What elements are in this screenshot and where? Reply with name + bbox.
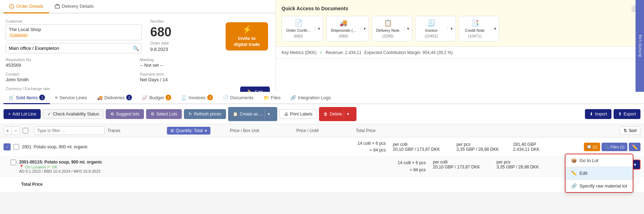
lot-table: + − Traces ⊞ Quantity: Total ▾ Price / B… — [0, 124, 644, 214]
doc-delivery-count: (2290) — [382, 34, 394, 38]
lot-info: 2001-00115: Potato soup, 900 ml. organic… — [19, 160, 316, 173]
doc-credit-arrow[interactable]: ▾ — [491, 26, 499, 31]
doc-btn-invoice[interactable]: 🧾 Invoice (10452) ▾ — [415, 16, 456, 41]
order-number: 680 — [150, 25, 218, 40]
doc-btn-delivery-note[interactable]: 📋 Delivery Note (2290) ▾ — [372, 16, 412, 41]
invoice-icon: 🧾 — [428, 19, 435, 27]
doc-shipmondo-arrow[interactable]: ▾ — [360, 26, 369, 31]
create-as-button[interactable]: 📋 Create as ... ▾ — [228, 107, 277, 121]
flag-icon: 🏳 — [47, 165, 51, 169]
tab-delivery-details[interactable]: Delivery Details — [49, 0, 99, 13]
add-lot-line-button[interactable]: + Add Lot Line — [4, 109, 41, 119]
import-button[interactable]: ⬇ Import — [585, 109, 611, 119]
total-price-row: Total Price 281,40 GBP 2.434,11 DKK — [0, 177, 644, 192]
doc-btn-shipmondo[interactable]: 🚚 Shipmondo (... (680) ▾ — [326, 16, 369, 41]
tab-documents[interactable]: 📄 Documents — [218, 92, 259, 104]
tab-deliveries[interactable]: 🚚 Deliveries 1 — [92, 92, 137, 104]
expand-row-button[interactable]: − — [4, 143, 11, 150]
requisition-label: Requisition No. — [6, 58, 136, 62]
content-tabs: 🛒 Sold Items 1 ≡ Service Lines 🚚 Deliver… — [0, 92, 644, 104]
tab-order-details[interactable]: Order Details — [4, 0, 49, 13]
select-all-checkbox[interactable] — [23, 128, 28, 133]
doc-delivery-arrow[interactable]: ▾ — [404, 26, 412, 31]
payment-label: Payment term — [140, 72, 270, 76]
doc-order-confirm-arrow[interactable]: ▾ — [315, 26, 323, 31]
activity-log-sidebar[interactable]: Activity Log — [636, 0, 644, 92]
col-adjust-controls[interactable]: + − — [4, 126, 20, 135]
lot-name: 2001-00115: Potato soup, 900 ml. organic — [19, 160, 316, 165]
qty-column-header: ⊞ Quantity: Total ▾ — [167, 127, 227, 135]
sort-icon: ⇅ — [623, 128, 627, 133]
invite-digital-trade-button[interactable]: ⚡ Invite to digital trade — [226, 22, 268, 50]
doc-btn-order-confirm[interactable]: 📄 Order Confir... (680) ▾ — [282, 16, 323, 41]
requisition-value: 453569 — [6, 63, 136, 68]
qty-total-button[interactable]: ⊞ Quantity: Total ▾ — [167, 127, 210, 135]
service-lines-icon: ≡ — [55, 95, 58, 100]
metrics-label: Key Metrics (DKK) — [282, 50, 317, 55]
suggest-lots-button[interactable]: ⚙ Suggest lots — [106, 109, 144, 119]
lot-filter-input[interactable] — [34, 126, 105, 135]
documents-icon: 📄 — [223, 95, 228, 100]
order-date-label: Order date — [150, 41, 218, 45]
price-box-column-header: Price / Box Unit — [230, 128, 294, 133]
integration-logs-icon: 🔗 — [290, 95, 296, 100]
lot-price-uom: per pcs 3,35 GBP / 28,98 DKK — [497, 160, 553, 170]
doc-btn-credit-note[interactable]: 📑 Credit Note (10471) ▾ — [459, 16, 499, 41]
sort-button[interactable]: ⇅ Sort — [620, 126, 640, 135]
number-label: Number — [150, 19, 218, 23]
tab-integration-logs[interactable]: 🔗 Integration Logs — [285, 92, 336, 104]
customer-tag: Customer — [9, 33, 29, 38]
payment-value: Net Days / 14 — [140, 77, 270, 82]
product-price-uom: per pcs 3,35 GBP / 28,98 DKK — [457, 142, 513, 152]
total-row-label: Total Price — [4, 182, 333, 187]
tab-sold-items[interactable]: 🛒 Sold Items 1 — [4, 92, 50, 104]
tab-invoices[interactable]: 🧾 Invoices 2 — [176, 92, 218, 104]
doc-invoice-arrow[interactable]: ▾ — [447, 26, 456, 31]
table-header-row: + − Traces ⊞ Quantity: Total ▾ Price / B… — [0, 124, 644, 137]
chat-button[interactable]: 💬 (1) — [584, 143, 600, 151]
lot-row-checkbox[interactable] — [11, 160, 16, 165]
budget-icon: 📈 — [142, 95, 147, 100]
delete-button[interactable]: 🗑 Delete ▾ — [319, 107, 356, 121]
delete-arrow[interactable]: ▾ — [344, 109, 352, 119]
select-lots-button[interactable]: ⚙ Select Lots — [146, 109, 182, 119]
context-menu-go-to-lot[interactable]: 📦 Go to Lot — [565, 154, 633, 167]
tab-budget[interactable]: 📈 Budget 2 — [137, 92, 176, 104]
marking-value: -- Not set -- — [140, 63, 270, 68]
search-icon: 🔍 — [133, 46, 139, 51]
files-button[interactable]: 📎 Files (1) — [602, 143, 627, 151]
export-button[interactable]: ⬆ Export — [614, 109, 640, 119]
print-labels-button[interactable]: 🖨 Print Labels — [279, 109, 317, 119]
credit-note-icon: 📑 — [471, 19, 479, 27]
budget-badge: 2 — [166, 95, 171, 100]
shipmondo-icon: 🚚 — [340, 19, 347, 27]
invoices-icon: 🧾 — [181, 95, 187, 100]
product-edit-button[interactable]: ✏️ — [629, 143, 640, 151]
metrics-check-icon: ✓ — [319, 50, 323, 55]
contact-value: John Smith — [6, 77, 136, 82]
office-input[interactable] — [6, 43, 142, 53]
kebab-arrow: ▾ — [634, 162, 636, 167]
tab-files[interactable]: 📁 Files — [259, 92, 285, 104]
metrics-margin: Expected Contribution Margin: 954,44 (39… — [364, 50, 453, 55]
refresh-prices-button[interactable]: ↻ Refresh prices — [184, 109, 226, 119]
qty-icon: ⊞ — [170, 128, 174, 133]
create-as-arrow[interactable]: ▾ — [265, 109, 273, 119]
col-minus-button[interactable]: − — [12, 127, 19, 135]
context-menu-specify-material[interactable]: 🔗 Specify raw material lot — [565, 180, 633, 192]
edit-button[interactable]: ✏️ Edit — [240, 87, 270, 92]
order-confirm-icon: 📄 — [295, 19, 302, 27]
lot-dates: AD 9.1.2023 / BBD 10.4.2024 / MFD 10.8.2… — [19, 169, 316, 173]
doc-invoice-count: (10452) — [425, 34, 438, 38]
suggest-icon: ⚙ — [110, 112, 114, 117]
product-row-checkbox[interactable] — [13, 144, 19, 150]
tab-service-lines[interactable]: ≡ Service Lines — [50, 92, 92, 104]
document-buttons: 📄 Order Confir... (680) ▾ 🚚 Shipmondo (.… — [282, 16, 638, 41]
delivery-note-icon: 📋 — [384, 19, 392, 27]
context-menu-edit[interactable]: ✏️ Edit — [565, 167, 633, 179]
marking-label: Marking — [140, 58, 270, 62]
sold-items-icon: 🛒 — [8, 95, 14, 100]
check-availability-button[interactable]: ✓ Check Availability Status — [43, 109, 104, 119]
action-toolbar: + Add Lot Line ✓ Check Availability Stat… — [0, 104, 644, 124]
col-plus-button[interactable]: + — [4, 127, 12, 135]
